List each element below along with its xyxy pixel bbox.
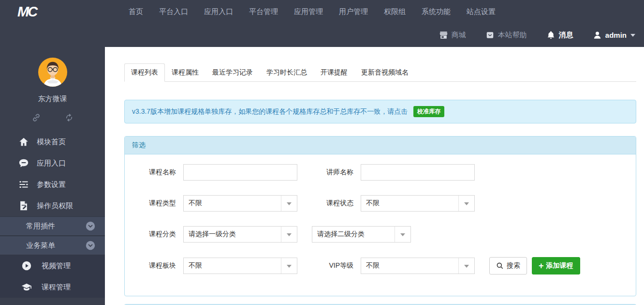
profile-block: 东方微课 <box>0 47 105 122</box>
select-caret <box>281 258 297 274</box>
course-type-label: 课程类型 <box>132 199 176 208</box>
calibrate-stock-button[interactable]: 校准库存 <box>413 106 444 117</box>
sidebar-item-operator-permissions[interactable]: 操作员权限 <box>0 195 105 216</box>
document-edit-icon <box>18 200 29 211</box>
category-level1-select[interactable]: 请选择一级分类 <box>183 226 297 243</box>
tab-course-list[interactable]: 课程列表 <box>124 63 165 82</box>
filter-row-names: 课程名称 讲师名称 <box>132 164 629 181</box>
course-name-input[interactable] <box>183 164 297 181</box>
tab-class-reminder[interactable]: 开课提醒 <box>314 63 354 82</box>
tab-recent-study-records[interactable]: 最近学习记录 <box>205 63 260 82</box>
chevron-down-circle-icon[interactable] <box>86 221 95 231</box>
store-label: 商城 <box>452 30 466 40</box>
version-alert: v3.3.7版本增加课程规格单独库存，如果您的课程各个规格库存总和于总库存不一致… <box>124 100 636 123</box>
sliders-icon <box>18 179 29 190</box>
search-button[interactable]: 搜索 <box>489 257 527 274</box>
site-help-link[interactable]: 本站帮助 <box>485 30 527 40</box>
sidebar-item-parameter-settings[interactable]: 参数设置 <box>0 174 105 195</box>
sidebar-item-module-home[interactable]: 模块首页 <box>0 131 105 152</box>
nav-item-site-settings[interactable]: 站点设置 <box>467 7 496 16</box>
caret-down-icon <box>287 233 292 239</box>
user-icon <box>593 30 602 40</box>
vip-level-label: VIP等级 <box>309 261 353 270</box>
nav-item-platform-entry[interactable]: 平台入口 <box>159 7 188 16</box>
filter-row-type-status: 课程类型 不限 课程状态 不限 <box>132 195 629 212</box>
course-type-select[interactable]: 不限 <box>183 195 297 212</box>
nav-item-app-mgmt[interactable]: 应用管理 <box>294 7 323 16</box>
course-section-select[interactable]: 不限 <box>183 258 297 274</box>
nav-item-platform-mgmt[interactable]: 平台管理 <box>249 7 278 16</box>
comment-icon <box>18 158 29 168</box>
chevron-down-circle-icon[interactable] <box>86 241 95 250</box>
nav-item-permission-group[interactable]: 权限组 <box>384 7 406 16</box>
course-status-label: 课程状态 <box>309 199 353 208</box>
sidebar-item-course-mgmt[interactable]: 课程管理 <box>0 276 105 298</box>
filter-row-section-vip: 课程板块 不限 VIP等级 不限 搜索 <box>132 257 629 274</box>
category-level1-value: 请选择一级分类 <box>184 230 281 239</box>
course-section-value: 不限 <box>184 261 281 270</box>
category-level2-select[interactable]: 请选择二级分类 <box>312 226 411 243</box>
nav-item-user-mgmt[interactable]: 用户管理 <box>339 7 368 16</box>
chevron-down-icon <box>630 34 635 39</box>
sidebar-item-label: 模块首页 <box>37 137 66 147</box>
filter-form: 课程名称 讲师名称 课程类型 不限 课程状态 不限 课程分类 <box>125 154 636 296</box>
topbar: MC 首页 平台入口 应用入口 平台管理 应用管理 用户管理 权限组 系统功能 … <box>0 0 644 47</box>
user-menu[interactable]: admin <box>593 30 635 40</box>
select-caret <box>458 196 474 211</box>
avatar[interactable] <box>38 57 68 87</box>
course-category-label: 课程分类 <box>132 230 176 239</box>
caret-down-icon <box>464 202 469 208</box>
teacher-name-label: 讲师名称 <box>309 168 353 177</box>
vip-level-select[interactable]: 不限 <box>361 258 475 274</box>
select-caret <box>395 227 410 242</box>
vip-level-value: 不限 <box>361 261 458 270</box>
sidebar-section-business-menu[interactable]: 业务菜单 <box>0 236 105 255</box>
course-section-label: 课程板块 <box>132 261 176 270</box>
nav-item-app-entry[interactable]: 应用入口 <box>204 7 233 16</box>
search-icon <box>496 262 504 270</box>
tab-bar: 课程列表 课程属性 最近学习记录 学习时长汇总 开课提醒 更新音视频域名 <box>124 63 636 82</box>
sidebar-menu: 模块首页 应用入口 参数设置 操作员权限 <box>0 131 105 298</box>
select-caret <box>281 227 297 242</box>
add-course-button[interactable]: + 添加课程 <box>532 257 580 274</box>
username-label: admin <box>605 31 627 39</box>
storefront-icon <box>439 30 448 40</box>
teacher-name-input[interactable] <box>361 164 475 181</box>
sidebar-item-label: 应用入口 <box>37 159 66 168</box>
sidebar-item-label: 操作员权限 <box>37 201 73 211</box>
store-link[interactable]: 商城 <box>439 30 466 40</box>
select-caret <box>458 258 474 274</box>
course-status-select[interactable]: 不限 <box>361 195 475 212</box>
sidebar-item-label: 课程管理 <box>42 283 71 292</box>
sidebar-section-common-plugins[interactable]: 常用插件 <box>0 216 105 236</box>
tab-update-media-domain[interactable]: 更新音视频域名 <box>354 63 415 82</box>
tab-course-attributes[interactable]: 课程属性 <box>165 63 205 82</box>
messages-label: 消息 <box>559 30 573 40</box>
caret-down-icon <box>287 202 292 208</box>
tab-study-duration-summary[interactable]: 学习时长汇总 <box>260 63 314 82</box>
sidebar-submenu: 视频管理 课程管理 <box>0 255 105 298</box>
home-icon <box>18 137 29 147</box>
nav-item-home[interactable]: 首页 <box>129 7 143 16</box>
link-icon[interactable] <box>31 113 41 122</box>
graduation-cap-icon <box>21 282 32 292</box>
add-course-label: 添加课程 <box>546 261 573 270</box>
filter-panel: 筛选 课程名称 讲师名称 课程类型 不限 课程状态 不限 <box>124 136 636 296</box>
sidebar-item-video-mgmt[interactable]: 视频管理 <box>0 255 105 276</box>
caret-down-icon <box>464 265 469 270</box>
sidebar-item-app-entry[interactable]: 应用入口 <box>0 152 105 174</box>
section-label: 常用插件 <box>26 222 55 231</box>
messages-link[interactable]: 消息 <box>546 30 573 40</box>
main-nav: 首页 平台入口 应用入口 平台管理 应用管理 用户管理 权限组 系统功能 站点设… <box>129 7 512 16</box>
topbar-main-row: MC 首页 平台入口 应用入口 平台管理 应用管理 用户管理 权限组 系统功能 … <box>0 0 644 23</box>
sidebar-item-label: 参数设置 <box>37 180 66 189</box>
nav-item-system-functions[interactable]: 系统功能 <box>422 7 451 16</box>
refresh-icon[interactable] <box>64 113 74 122</box>
play-circle-icon <box>21 260 32 271</box>
profile-actions <box>0 113 105 122</box>
search-button-label: 搜索 <box>507 261 520 270</box>
sidebar-item-label: 视频管理 <box>42 261 71 271</box>
bell-icon <box>546 30 556 40</box>
brand-logo[interactable]: MC <box>17 4 47 20</box>
filter-row-category: 课程分类 请选择一级分类 请选择二级分类 <box>132 226 629 243</box>
